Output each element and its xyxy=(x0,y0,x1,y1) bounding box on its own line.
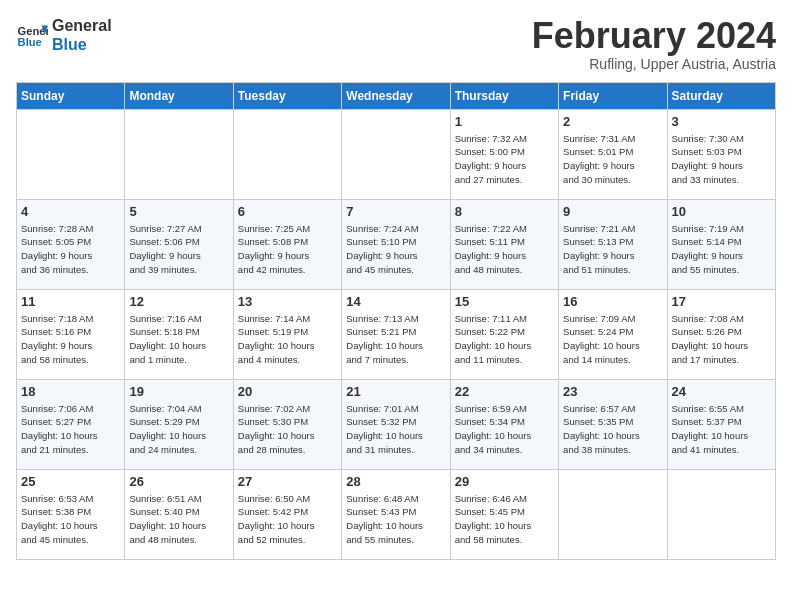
calendar-cell: 20Sunrise: 7:02 AM Sunset: 5:30 PM Dayli… xyxy=(233,379,341,469)
calendar-table: SundayMondayTuesdayWednesdayThursdayFrid… xyxy=(16,82,776,560)
day-info: Sunrise: 7:16 AM Sunset: 5:18 PM Dayligh… xyxy=(129,312,228,367)
week-row-1: 1Sunrise: 7:32 AM Sunset: 5:00 PM Daylig… xyxy=(17,109,776,199)
calendar-cell xyxy=(17,109,125,199)
calendar-cell: 10Sunrise: 7:19 AM Sunset: 5:14 PM Dayli… xyxy=(667,199,775,289)
calendar-cell: 13Sunrise: 7:14 AM Sunset: 5:19 PM Dayli… xyxy=(233,289,341,379)
calendar-cell: 11Sunrise: 7:18 AM Sunset: 5:16 PM Dayli… xyxy=(17,289,125,379)
calendar-cell: 2Sunrise: 7:31 AM Sunset: 5:01 PM Daylig… xyxy=(559,109,667,199)
day-info: Sunrise: 6:46 AM Sunset: 5:45 PM Dayligh… xyxy=(455,492,554,547)
calendar-cell: 19Sunrise: 7:04 AM Sunset: 5:29 PM Dayli… xyxy=(125,379,233,469)
day-info: Sunrise: 7:22 AM Sunset: 5:11 PM Dayligh… xyxy=(455,222,554,277)
calendar-cell: 21Sunrise: 7:01 AM Sunset: 5:32 PM Dayli… xyxy=(342,379,450,469)
day-number: 6 xyxy=(238,204,337,219)
day-number: 13 xyxy=(238,294,337,309)
day-number: 11 xyxy=(21,294,120,309)
day-info: Sunrise: 6:57 AM Sunset: 5:35 PM Dayligh… xyxy=(563,402,662,457)
day-info: Sunrise: 7:14 AM Sunset: 5:19 PM Dayligh… xyxy=(238,312,337,367)
calendar-cell: 1Sunrise: 7:32 AM Sunset: 5:00 PM Daylig… xyxy=(450,109,558,199)
calendar-cell: 23Sunrise: 6:57 AM Sunset: 5:35 PM Dayli… xyxy=(559,379,667,469)
day-number: 7 xyxy=(346,204,445,219)
weekday-header-friday: Friday xyxy=(559,82,667,109)
day-number: 28 xyxy=(346,474,445,489)
calendar-cell xyxy=(342,109,450,199)
day-info: Sunrise: 6:55 AM Sunset: 5:37 PM Dayligh… xyxy=(672,402,771,457)
calendar-cell: 5Sunrise: 7:27 AM Sunset: 5:06 PM Daylig… xyxy=(125,199,233,289)
calendar-cell: 29Sunrise: 6:46 AM Sunset: 5:45 PM Dayli… xyxy=(450,469,558,559)
day-info: Sunrise: 6:50 AM Sunset: 5:42 PM Dayligh… xyxy=(238,492,337,547)
calendar-cell: 9Sunrise: 7:21 AM Sunset: 5:13 PM Daylig… xyxy=(559,199,667,289)
calendar-cell: 26Sunrise: 6:51 AM Sunset: 5:40 PM Dayli… xyxy=(125,469,233,559)
day-info: Sunrise: 7:24 AM Sunset: 5:10 PM Dayligh… xyxy=(346,222,445,277)
day-number: 26 xyxy=(129,474,228,489)
calendar-cell: 25Sunrise: 6:53 AM Sunset: 5:38 PM Dayli… xyxy=(17,469,125,559)
weekday-header-wednesday: Wednesday xyxy=(342,82,450,109)
day-info: Sunrise: 7:13 AM Sunset: 5:21 PM Dayligh… xyxy=(346,312,445,367)
day-number: 22 xyxy=(455,384,554,399)
calendar-cell: 7Sunrise: 7:24 AM Sunset: 5:10 PM Daylig… xyxy=(342,199,450,289)
calendar-cell: 18Sunrise: 7:06 AM Sunset: 5:27 PM Dayli… xyxy=(17,379,125,469)
day-info: Sunrise: 7:06 AM Sunset: 5:27 PM Dayligh… xyxy=(21,402,120,457)
day-number: 20 xyxy=(238,384,337,399)
weekday-header-row: SundayMondayTuesdayWednesdayThursdayFrid… xyxy=(17,82,776,109)
weekday-header-sunday: Sunday xyxy=(17,82,125,109)
week-row-5: 25Sunrise: 6:53 AM Sunset: 5:38 PM Dayli… xyxy=(17,469,776,559)
weekday-header-saturday: Saturday xyxy=(667,82,775,109)
day-info: Sunrise: 7:21 AM Sunset: 5:13 PM Dayligh… xyxy=(563,222,662,277)
calendar-cell: 27Sunrise: 6:50 AM Sunset: 5:42 PM Dayli… xyxy=(233,469,341,559)
day-number: 9 xyxy=(563,204,662,219)
month-title: February 2024 xyxy=(532,16,776,56)
day-number: 15 xyxy=(455,294,554,309)
day-info: Sunrise: 7:01 AM Sunset: 5:32 PM Dayligh… xyxy=(346,402,445,457)
day-number: 10 xyxy=(672,204,771,219)
day-info: Sunrise: 7:02 AM Sunset: 5:30 PM Dayligh… xyxy=(238,402,337,457)
page-header: General Blue General Blue February 2024 … xyxy=(16,16,776,72)
day-number: 16 xyxy=(563,294,662,309)
weekday-header-tuesday: Tuesday xyxy=(233,82,341,109)
calendar-cell: 24Sunrise: 6:55 AM Sunset: 5:37 PM Dayli… xyxy=(667,379,775,469)
day-info: Sunrise: 6:53 AM Sunset: 5:38 PM Dayligh… xyxy=(21,492,120,547)
day-info: Sunrise: 7:32 AM Sunset: 5:00 PM Dayligh… xyxy=(455,132,554,187)
calendar-cell: 12Sunrise: 7:16 AM Sunset: 5:18 PM Dayli… xyxy=(125,289,233,379)
location-subtitle: Rufling, Upper Austria, Austria xyxy=(532,56,776,72)
svg-text:Blue: Blue xyxy=(18,36,42,48)
day-number: 29 xyxy=(455,474,554,489)
day-info: Sunrise: 7:04 AM Sunset: 5:29 PM Dayligh… xyxy=(129,402,228,457)
day-number: 23 xyxy=(563,384,662,399)
day-info: Sunrise: 7:19 AM Sunset: 5:14 PM Dayligh… xyxy=(672,222,771,277)
day-number: 25 xyxy=(21,474,120,489)
title-block: February 2024 Rufling, Upper Austria, Au… xyxy=(532,16,776,72)
calendar-cell: 3Sunrise: 7:30 AM Sunset: 5:03 PM Daylig… xyxy=(667,109,775,199)
calendar-cell xyxy=(233,109,341,199)
logo-general: General xyxy=(52,16,112,35)
day-number: 3 xyxy=(672,114,771,129)
calendar-cell: 8Sunrise: 7:22 AM Sunset: 5:11 PM Daylig… xyxy=(450,199,558,289)
day-info: Sunrise: 7:08 AM Sunset: 5:26 PM Dayligh… xyxy=(672,312,771,367)
day-number: 2 xyxy=(563,114,662,129)
logo-icon: General Blue xyxy=(16,19,48,51)
day-number: 14 xyxy=(346,294,445,309)
day-info: Sunrise: 6:48 AM Sunset: 5:43 PM Dayligh… xyxy=(346,492,445,547)
day-number: 1 xyxy=(455,114,554,129)
calendar-cell: 16Sunrise: 7:09 AM Sunset: 5:24 PM Dayli… xyxy=(559,289,667,379)
calendar-cell: 6Sunrise: 7:25 AM Sunset: 5:08 PM Daylig… xyxy=(233,199,341,289)
weekday-header-monday: Monday xyxy=(125,82,233,109)
calendar-cell: 17Sunrise: 7:08 AM Sunset: 5:26 PM Dayli… xyxy=(667,289,775,379)
day-number: 24 xyxy=(672,384,771,399)
day-number: 27 xyxy=(238,474,337,489)
day-info: Sunrise: 7:28 AM Sunset: 5:05 PM Dayligh… xyxy=(21,222,120,277)
calendar-cell xyxy=(125,109,233,199)
day-number: 8 xyxy=(455,204,554,219)
calendar-cell: 22Sunrise: 6:59 AM Sunset: 5:34 PM Dayli… xyxy=(450,379,558,469)
day-number: 4 xyxy=(21,204,120,219)
weekday-header-thursday: Thursday xyxy=(450,82,558,109)
logo: General Blue General Blue xyxy=(16,16,112,54)
day-number: 17 xyxy=(672,294,771,309)
day-info: Sunrise: 7:11 AM Sunset: 5:22 PM Dayligh… xyxy=(455,312,554,367)
day-number: 19 xyxy=(129,384,228,399)
week-row-4: 18Sunrise: 7:06 AM Sunset: 5:27 PM Dayli… xyxy=(17,379,776,469)
day-info: Sunrise: 6:59 AM Sunset: 5:34 PM Dayligh… xyxy=(455,402,554,457)
calendar-cell: 14Sunrise: 7:13 AM Sunset: 5:21 PM Dayli… xyxy=(342,289,450,379)
calendar-cell: 15Sunrise: 7:11 AM Sunset: 5:22 PM Dayli… xyxy=(450,289,558,379)
calendar-cell xyxy=(667,469,775,559)
day-info: Sunrise: 7:18 AM Sunset: 5:16 PM Dayligh… xyxy=(21,312,120,367)
